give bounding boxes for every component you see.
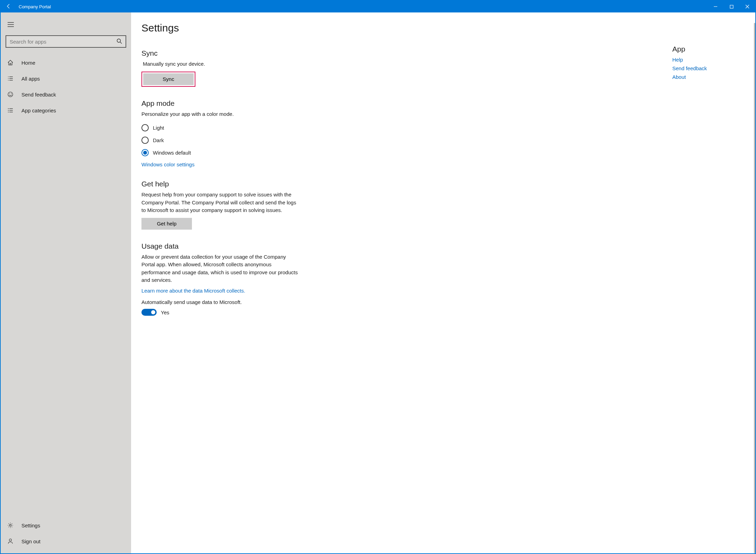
windows-color-settings-link[interactable]: Windows color settings [141, 161, 301, 167]
gethelp-heading: Get help [141, 180, 301, 188]
sidebar-item-settings[interactable]: Settings [1, 517, 131, 533]
usage-desc: Allow or prevent data collection for you… [141, 253, 301, 284]
sidebar-item-label: App categories [21, 108, 56, 113]
sidebar-item-label: Send feedback [21, 92, 56, 98]
section-usage-data: Usage data Allow or prevent data collect… [141, 242, 301, 316]
sidebar-footer: Settings Sign out [1, 517, 131, 553]
radio-icon [141, 137, 149, 144]
page-title: Settings [141, 22, 672, 34]
scrollbar[interactable] [754, 23, 755, 553]
appmode-heading: App mode [141, 99, 301, 108]
rightcol-heading: App [672, 45, 752, 53]
sidebar-item-home[interactable]: Home [1, 55, 131, 71]
back-button[interactable] [1, 3, 17, 10]
main-content: Settings Sync Manually sync your device.… [131, 12, 755, 553]
appmode-desc: Personalize your app with a color mode. [141, 110, 301, 118]
svg-point-20 [8, 110, 9, 111]
home-icon [7, 59, 14, 66]
usage-learn-more-link[interactable]: Learn more about the data Microsoft coll… [141, 288, 301, 294]
sidebar-item-label: Settings [21, 523, 40, 528]
sidebar-item-send-feedback[interactable]: Send feedback [1, 86, 131, 102]
sidebar-item-label: All apps [21, 76, 40, 82]
svg-point-24 [9, 524, 11, 526]
sync-button[interactable]: Sync [143, 73, 194, 85]
search-input[interactable] [6, 35, 126, 48]
usage-toggle[interactable] [141, 309, 157, 316]
svg-point-7 [117, 39, 121, 42]
gethelp-desc: Request help from your company support t… [141, 191, 301, 214]
appmode-radio-windows-default[interactable]: Windows default [141, 146, 301, 159]
sidebar-item-sign-out[interactable]: Sign out [1, 533, 131, 549]
titlebar: Company Portal [1, 1, 755, 12]
window-close-button[interactable] [739, 1, 755, 12]
usage-toggle-label: Automatically send usage data to Microso… [141, 298, 301, 306]
svg-point-17 [11, 93, 12, 94]
radio-label: Dark [153, 137, 164, 143]
usage-heading: Usage data [141, 242, 301, 250]
radio-icon [141, 124, 149, 131]
svg-point-18 [8, 108, 9, 109]
sidebar: Home All apps Send feedback App categori… [1, 12, 131, 553]
search-icon [117, 38, 122, 45]
section-app-mode: App mode Personalize your app with a col… [141, 99, 301, 168]
radio-label: Windows default [153, 150, 191, 156]
sync-button-highlight: Sync [141, 72, 195, 87]
list-checked-icon [7, 75, 14, 82]
window-maximize-button[interactable] [723, 1, 739, 12]
gear-icon [7, 522, 14, 528]
svg-rect-1 [730, 5, 733, 8]
radio-icon [141, 149, 149, 156]
hamburger-button[interactable] [3, 17, 19, 33]
app-title: Company Portal [17, 4, 51, 9]
rightcol-link-help[interactable]: Help [672, 57, 752, 63]
sidebar-item-label: Home [21, 60, 35, 66]
sidebar-item-all-apps[interactable]: All apps [1, 71, 131, 86]
radio-label: Light [153, 125, 164, 131]
section-sync: Sync Manually sync your device. Sync [141, 49, 301, 87]
person-icon [7, 538, 14, 544]
sync-heading: Sync [141, 49, 301, 57]
section-get-help: Get help Request help from your company … [141, 180, 301, 230]
search-field[interactable] [10, 39, 117, 45]
nav-list: Home All apps Send feedback App categori… [1, 55, 131, 118]
svg-point-22 [8, 112, 9, 112]
svg-point-25 [9, 539, 11, 541]
svg-point-15 [8, 92, 13, 97]
appmode-radio-dark[interactable]: Dark [141, 134, 301, 146]
list-lines-icon [7, 107, 14, 113]
window-minimize-button[interactable] [708, 1, 723, 12]
smile-icon [7, 91, 14, 98]
sync-desc: Manually sync your device. [141, 60, 301, 68]
usage-toggle-value: Yes [161, 310, 169, 315]
svg-point-16 [9, 93, 10, 94]
get-help-button[interactable]: Get help [141, 218, 192, 230]
appmode-radio-light[interactable]: Light [141, 121, 301, 134]
right-column: App Help Send feedback About [672, 12, 755, 553]
sidebar-item-label: Sign out [21, 538, 40, 544]
rightcol-link-about[interactable]: About [672, 74, 752, 80]
rightcol-link-send-feedback[interactable]: Send feedback [672, 65, 752, 71]
sidebar-item-app-categories[interactable]: App categories [1, 102, 131, 118]
svg-line-8 [120, 42, 122, 44]
